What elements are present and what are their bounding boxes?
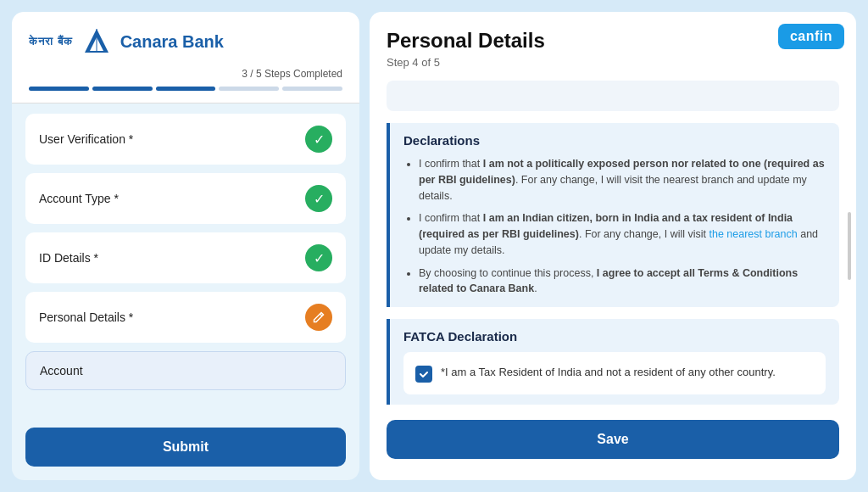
edit-icon: [312, 310, 326, 324]
canara-bank-logo-icon: [83, 27, 110, 56]
step-3-complete-icon: ✓: [305, 244, 332, 271]
page-title: Personal Details: [387, 29, 839, 53]
canfin-badge: canfin: [778, 24, 844, 49]
fatca-section: FATCA Declaration *I am a Tax Resident o…: [387, 319, 839, 405]
step-subtitle: Step 4 of 5: [387, 56, 839, 69]
step-personal-details[interactable]: Personal Details *: [25, 292, 346, 343]
step-2-label: Account Type *: [39, 192, 119, 205]
step-4-label: Personal Details *: [39, 310, 133, 324]
decl-1-bold: I am not a politically exposed person no…: [419, 158, 825, 186]
steps-list: canfin User Verification * ✓ Account Typ…: [12, 103, 359, 421]
declarations-list: I confirm that I am not a politically ex…: [403, 156, 826, 297]
progress-seg-3: [156, 87, 216, 91]
declaration-item-3: By choosing to continue this process, I …: [419, 266, 826, 298]
scrollbar: [848, 212, 851, 280]
step-account[interactable]: Account: [25, 351, 346, 390]
logo-area: केनरा बैंक Canara Bank: [29, 27, 342, 56]
step-2-complete-icon: ✓: [305, 185, 332, 212]
steps-completed-text: 3 / 5 Steps Completed: [29, 68, 342, 80]
nearest-branch-link[interactable]: the nearest branch: [709, 228, 797, 240]
step-account-type[interactable]: Account Type * ✓: [25, 173, 346, 224]
step-5-label: Account: [40, 364, 83, 377]
logo-hindi-text: केनरा बैंक: [29, 35, 73, 48]
step-4-active-icon: [305, 304, 332, 331]
fatca-checkbox[interactable]: [415, 366, 432, 383]
fatca-text: *I am a Tax Resident of India and not a …: [441, 364, 776, 381]
logo-english-text: Canara Bank: [120, 32, 224, 52]
declarations-section: Declarations I confirm that I am not a p…: [387, 123, 839, 307]
checkmark-icon: [419, 369, 429, 379]
step-id-details[interactable]: ID Details * ✓: [25, 232, 346, 283]
step-1-label: User Verification *: [39, 132, 133, 146]
right-panel: canfin Personal Details Step 4 of 5 Decl…: [370, 12, 856, 480]
search-input[interactable]: [387, 81, 839, 111]
submit-button[interactable]: Submit: [25, 428, 346, 467]
step-1-complete-icon: ✓: [305, 126, 332, 153]
progress-seg-4: [219, 87, 279, 91]
progress-bar: [29, 87, 342, 91]
decl-3-bold: I agree to accept all Terms & Conditions…: [419, 267, 798, 295]
declarations-title: Declarations: [403, 133, 826, 148]
save-button[interactable]: Save: [387, 420, 839, 459]
progress-seg-5: [282, 87, 342, 91]
step-3-label: ID Details *: [39, 251, 98, 265]
progress-seg-2: [92, 87, 153, 91]
fatca-title: FATCA Declaration: [403, 329, 826, 344]
declaration-item-2: I confirm that I am an Indian citizen, b…: [419, 210, 826, 258]
main-container: केनरा बैंक Canara Bank 3 / 5 Steps Compl…: [0, 0, 868, 492]
left-panel: केनरा बैंक Canara Bank 3 / 5 Steps Compl…: [12, 12, 359, 480]
declaration-item-1: I confirm that I am not a politically ex…: [419, 156, 826, 204]
step-user-verification[interactable]: User Verification * ✓: [25, 114, 346, 165]
progress-seg-1: [29, 87, 89, 91]
left-header: केनरा बैंक Canara Bank 3 / 5 Steps Compl…: [12, 12, 359, 103]
fatca-item: *I am a Tax Resident of India and not a …: [403, 352, 826, 394]
